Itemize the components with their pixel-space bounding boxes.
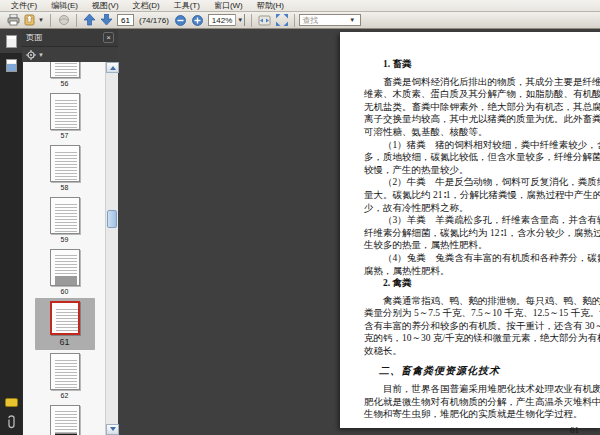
thumbnail-page-label: 57 — [61, 132, 69, 139]
pages-panel-header: 页面 × — [22, 29, 118, 47]
page-thumbnail-59[interactable]: 59 — [35, 194, 95, 246]
panel-close-button[interactable]: × — [103, 32, 114, 43]
document-text-line: 效稳长。 — [364, 345, 589, 358]
zoom-out-button[interactable] — [172, 13, 189, 28]
blue-down-arrow-icon — [101, 14, 112, 26]
scroll-down-button[interactable] — [106, 424, 119, 435]
menu-item[interactable]: 帮助(H) — [250, 0, 291, 12]
export-document-icon — [24, 14, 37, 26]
export-button[interactable]: ▼ — [22, 13, 46, 28]
document-text-line: 粪量分别为 5～7.5 千克、7.5～10 千克、12.5～15 千克。禽粪中 — [364, 307, 589, 320]
send-button-disabled — [55, 13, 72, 28]
find-dropdown-arrow[interactable]: ▼ — [349, 17, 355, 23]
zoom-level-combo[interactable]: 142% ▼ — [208, 14, 245, 26]
page-thumbnail-63[interactable]: 63 — [35, 402, 95, 435]
bookmarks-icon — [6, 59, 17, 72]
zoom-in-button[interactable] — [189, 13, 206, 28]
pages-panel: 页面 × ▼ 5657585960616263 — [22, 29, 118, 435]
bookmarks-panel-tab[interactable] — [0, 53, 22, 77]
document-text-line: 较慢，产生的热量较少。 — [364, 164, 589, 177]
options-dropdown-arrow[interactable]: ▼ — [38, 52, 44, 58]
find-input[interactable] — [300, 15, 348, 25]
up-arrow-icon — [110, 63, 116, 70]
menu-item[interactable]: 编辑(E) — [44, 0, 85, 12]
full-screen-icon — [276, 14, 288, 26]
paperclip-icon — [6, 415, 17, 429]
document-text-line: 无机盐类。畜粪中除钾素外，绝大部分为有机态，其总腐殖质和阳 — [364, 101, 589, 114]
thumbnail-image[interactable] — [50, 249, 80, 286]
thumbnail-image[interactable] — [50, 405, 80, 435]
page-thumbnail-58[interactable]: 58 — [35, 142, 95, 194]
next-page-button[interactable] — [98, 13, 115, 28]
panel-options-bar[interactable]: ▼ — [22, 47, 118, 62]
full-screen-button[interactable] — [273, 13, 290, 28]
page-thumbnail-60[interactable]: 60 — [35, 246, 95, 298]
document-heading: 2. 禽粪 — [364, 277, 589, 290]
menu-bar: 文件(F)编辑(E)视图(V)文档(D)工具(T)窗口(W)帮助(H) — [0, 0, 600, 12]
menu-item[interactable]: 文件(F) — [4, 0, 44, 12]
printer-icon — [7, 14, 20, 26]
document-text-line: 可溶性糖、氨基酸、核酸等。 — [364, 126, 589, 139]
find-box[interactable]: ▼ — [299, 14, 361, 26]
page-thumbnail-61[interactable]: 61 — [35, 298, 95, 350]
thumbnail-image[interactable] — [50, 145, 80, 182]
document-text-line: 腐熟，属热性肥料。 — [364, 265, 589, 278]
thumbnail-page-label: 61 — [59, 337, 69, 347]
navigation-strip — [0, 29, 22, 435]
thumbnail-page-label: 58 — [61, 184, 69, 191]
document-text-line: 禽粪通常指鸡、鸭、鹅的排泄物。每只鸡、鸭、鹅的年平均排 — [364, 295, 589, 308]
page-thumbnail-62[interactable]: 62 — [35, 350, 95, 402]
document-text-line: （2）牛粪 牛是反刍动物，饲料可反复消化，粪质细密，含水 — [364, 176, 589, 189]
attachments-panel-tab[interactable] — [6, 415, 17, 429]
zoom-out-icon — [175, 15, 186, 26]
document-text-line: 维素、木质素、蛋白质及其分解产物，如脂肪酸、有机酸以及某些 — [364, 88, 589, 101]
previous-page-button[interactable] — [81, 13, 98, 28]
thumbnail-page-label: 62 — [61, 392, 69, 399]
thumbnail-page-label: 60 — [61, 288, 69, 295]
thumbnail-image[interactable] — [50, 353, 80, 390]
pages-panel-title: 页面 — [26, 32, 103, 43]
fit-width-icon — [258, 15, 271, 26]
thumbnail-page-label: 56 — [61, 80, 69, 87]
document-area[interactable]: 1. 畜粪畜粪是饲料经消化后排出的物质，其成分主要是纤维素、半纤维素、木质素、蛋… — [118, 29, 600, 435]
down-arrow-icon — [110, 427, 116, 434]
page-thumbnail-57[interactable]: 57 — [35, 90, 95, 142]
comments-icon — [5, 398, 18, 407]
scroll-up-button[interactable] — [106, 62, 119, 73]
export-dropdown-arrow[interactable]: ▼ — [38, 17, 44, 23]
send-disabled-icon — [58, 14, 70, 26]
toolbar: ▼ (74/176) — [0, 12, 600, 29]
scrollbar-thumb[interactable] — [107, 210, 117, 228]
menu-item[interactable]: 工具(T) — [167, 0, 207, 12]
menu-item[interactable]: 视图(V) — [85, 0, 126, 12]
document-heading: 二、畜禽粪便资源化技术 — [364, 365, 589, 378]
zoom-dropdown-arrow[interactable]: ▼ — [235, 14, 244, 26]
menu-item[interactable]: 窗口(W) — [207, 0, 250, 12]
thumbnail-image[interactable] — [50, 301, 80, 335]
document-text-line: 生物和寄生虫卵，堆肥化的实质就是生物化学过程。 — [364, 408, 589, 421]
print-button[interactable] — [5, 13, 22, 28]
separator — [251, 14, 252, 27]
menu-item[interactable]: 文档(D) — [126, 0, 167, 12]
comments-panel-tab[interactable] — [5, 398, 18, 407]
panel-scrollbar[interactable] — [105, 62, 118, 435]
thumbnail-image[interactable] — [50, 197, 80, 234]
thumbnail-image[interactable] — [50, 93, 80, 130]
document-text-line: （1）猪粪 猪的饲料相对较细，粪中纤维素较少，含糖质较 — [364, 139, 589, 152]
pages-panel-tab[interactable] — [0, 29, 22, 53]
document-text-line: 离子交换量均较高，其中尤以猪粪的质量为优。此外畜粪中还含有 — [364, 113, 589, 126]
page-thumbnail-56[interactable]: 56 — [35, 62, 95, 90]
document-text-line: （3）羊粪 羊粪疏松多孔，纤维素含量高，并含有较多的高温 — [364, 214, 589, 227]
page-number: 61 — [364, 424, 589, 435]
document-text-line: （4）兔粪 兔粪含有丰富的有机质和各种养分，碳氮比低、易 — [364, 252, 589, 265]
fit-width-button[interactable] — [256, 13, 273, 28]
pages-icon — [6, 35, 17, 48]
page-number-input[interactable] — [117, 14, 134, 26]
page-count-label: (74/176) — [139, 16, 169, 25]
options-gear-icon — [26, 50, 36, 60]
thumbnail-list: 5657585960616263 — [23, 62, 106, 435]
thumbnail-image[interactable] — [50, 62, 80, 78]
document-text-line: 纤维素分解细菌，碳氮比约为 12∶1，含水分较少，腐熟过程能产 — [364, 227, 589, 240]
separator — [76, 14, 77, 27]
zoom-in-icon — [192, 15, 203, 26]
